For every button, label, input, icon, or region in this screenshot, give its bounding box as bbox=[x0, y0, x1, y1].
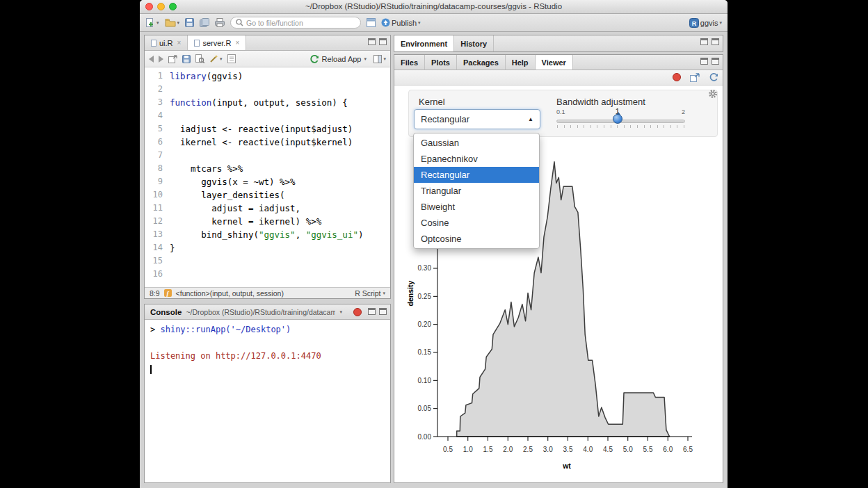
code-tools-button[interactable]: ▾ bbox=[209, 54, 223, 63]
code-line[interactable]: 15 bbox=[145, 254, 390, 268]
slider-tick bbox=[570, 125, 571, 128]
tab-label: server.R bbox=[202, 39, 231, 47]
open-file-button[interactable]: ▾ bbox=[165, 18, 180, 27]
back-icon[interactable] bbox=[149, 56, 154, 63]
project-menu-button[interactable]: R ggvis ▾ bbox=[689, 18, 722, 28]
dropdown-option-optcosine[interactable]: Optcosine bbox=[414, 231, 539, 247]
scope-label[interactable]: <function>(input, output, session) bbox=[176, 289, 284, 298]
tab-environment[interactable]: Environment bbox=[394, 35, 454, 51]
shiny-controls-well: Kernel Bandwidth adjustment Rectangular … bbox=[408, 90, 718, 137]
tab-server-r[interactable]: server.R × bbox=[188, 35, 246, 50]
tab-label: Environment bbox=[401, 40, 447, 48]
code-line[interactable]: 7 bbox=[145, 149, 390, 162]
save-icon bbox=[185, 18, 194, 27]
code-line[interactable]: 8 mtcars %>% bbox=[145, 162, 390, 175]
zoom-window-button[interactable] bbox=[169, 3, 177, 10]
x-axis-title: wt bbox=[562, 462, 571, 470]
dropdown-option-cosine[interactable]: Cosine bbox=[414, 215, 539, 231]
code-line[interactable]: 2 bbox=[145, 83, 390, 96]
file-type-label[interactable]: R Script bbox=[355, 289, 380, 298]
slider-max-label: 2 bbox=[682, 108, 685, 115]
close-tab-icon[interactable]: × bbox=[235, 39, 239, 47]
reload-app-button[interactable]: Reload App ▾ bbox=[310, 54, 367, 64]
close-window-button[interactable] bbox=[145, 3, 153, 10]
dropdown-option-epanechnikov[interactable]: Epanechnikov bbox=[414, 151, 539, 167]
goto-file-box[interactable] bbox=[230, 17, 361, 29]
maximize-pane-icon[interactable] bbox=[712, 58, 719, 65]
maximize-pane-icon[interactable] bbox=[379, 308, 387, 315]
goto-file-input[interactable] bbox=[246, 19, 355, 27]
project-label: ggvis bbox=[700, 19, 718, 27]
code-line[interactable]: 5 iadjust <- reactive(input$adjust) bbox=[145, 122, 390, 136]
console-body[interactable]: > shiny::runApp('~/Desktop') Listening o… bbox=[145, 320, 390, 482]
dropdown-option-triangular[interactable]: Triangular bbox=[414, 183, 539, 199]
code-line[interactable]: 11 adjust = iadjust, bbox=[145, 202, 390, 215]
find-in-file-icon[interactable] bbox=[195, 54, 204, 63]
save-icon[interactable] bbox=[182, 55, 191, 63]
publish-button[interactable]: Publish ▾ bbox=[381, 18, 421, 27]
code-line[interactable]: 3function(input, output, session) { bbox=[145, 96, 390, 109]
dropdown-option-gaussian[interactable]: Gaussian bbox=[414, 135, 539, 151]
tab-label: Viewer bbox=[542, 58, 566, 67]
tab-ui-r[interactable]: ui.R × bbox=[145, 35, 188, 50]
tab-files[interactable]: Files bbox=[394, 55, 425, 70]
code-line[interactable]: 14} bbox=[145, 241, 390, 254]
tab-help[interactable]: Help bbox=[506, 55, 536, 70]
tab-packages[interactable]: Packages bbox=[457, 55, 506, 70]
code-line[interactable]: 4 bbox=[145, 109, 390, 122]
console-cursor bbox=[150, 365, 152, 374]
stop-app-icon[interactable] bbox=[673, 73, 681, 81]
source-statusbar: 8:9 f <function>(input, output, session)… bbox=[145, 287, 390, 298]
line-number: 8 bbox=[145, 162, 170, 175]
minimize-pane-icon[interactable] bbox=[700, 58, 708, 65]
kernel-select[interactable]: Rectangular ▲ bbox=[414, 109, 540, 129]
print-button[interactable] bbox=[215, 18, 225, 27]
code-line[interactable]: 6 ikernel <- reactive(input$kernel) bbox=[145, 136, 390, 149]
tab-history[interactable]: History bbox=[454, 35, 494, 51]
close-tab-icon[interactable]: × bbox=[177, 39, 182, 47]
stop-icon[interactable] bbox=[353, 308, 362, 316]
forward-icon[interactable] bbox=[159, 56, 163, 63]
new-file-button[interactable]: ▾ bbox=[145, 17, 159, 28]
chevron-down-icon[interactable]: ▾ bbox=[339, 309, 342, 315]
tab-plots[interactable]: Plots bbox=[425, 55, 457, 70]
x-tick-label: 1.5 bbox=[483, 446, 493, 453]
line-number: 13 bbox=[145, 228, 170, 241]
titlebar[interactable]: ~/Dropbox (RStudio)/RStudio/training/dat… bbox=[140, 0, 728, 14]
line-number: 9 bbox=[145, 175, 170, 188]
popout-icon[interactable] bbox=[168, 55, 177, 63]
maximize-pane-icon[interactable] bbox=[379, 38, 387, 45]
maximize-pane-icon[interactable] bbox=[712, 38, 719, 45]
tab-viewer[interactable]: Viewer bbox=[536, 55, 573, 70]
code-editor[interactable]: 1library(ggvis)23function(input, output,… bbox=[145, 67, 390, 287]
compile-notebook-icon[interactable] bbox=[227, 54, 236, 63]
dropdown-option-rectangular[interactable]: Rectangular bbox=[414, 167, 539, 183]
slider-tick bbox=[584, 125, 584, 128]
line-number: 1 bbox=[145, 70, 170, 83]
x-tick-label: 2.5 bbox=[523, 446, 533, 453]
code-line[interactable]: 1library(ggvis) bbox=[145, 70, 390, 83]
minimize-pane-icon[interactable] bbox=[368, 38, 376, 45]
gear-icon[interactable] bbox=[708, 89, 718, 99]
save-all-button[interactable] bbox=[200, 18, 209, 27]
addins-button[interactable] bbox=[367, 18, 376, 27]
slider-handle[interactable] bbox=[613, 114, 622, 124]
source-menu-button[interactable]: ▾ bbox=[373, 55, 386, 63]
refresh-icon[interactable] bbox=[709, 72, 718, 82]
console-title[interactable]: Console bbox=[150, 308, 182, 316]
console-working-directory: ~/Dropbox (RStudio)/RStudio/training/dat… bbox=[186, 308, 335, 316]
save-button[interactable] bbox=[185, 18, 194, 27]
code-line[interactable]: 13 bind_shiny("ggvis", "ggvis_ui") bbox=[145, 228, 390, 241]
dropdown-option-biweight[interactable]: Biweight bbox=[414, 199, 539, 215]
minimize-window-button[interactable] bbox=[157, 3, 165, 10]
open-in-new-window-icon[interactable] bbox=[690, 73, 700, 82]
code-line[interactable]: 10 layer_densities( bbox=[145, 188, 390, 202]
code-line[interactable]: 12 kernel = ikernel) %>% bbox=[145, 215, 390, 228]
function-scope-icon: f bbox=[164, 289, 172, 297]
minimize-pane-icon[interactable] bbox=[368, 308, 376, 315]
bandwidth-slider[interactable]: 0.1 1 2 bbox=[556, 106, 685, 135]
y-tick-label: 0.05 bbox=[418, 405, 432, 412]
minimize-pane-icon[interactable] bbox=[700, 38, 708, 45]
code-line[interactable]: 9 ggvis(x = ~wt) %>% bbox=[145, 175, 390, 188]
code-line[interactable]: 16 bbox=[145, 268, 390, 281]
